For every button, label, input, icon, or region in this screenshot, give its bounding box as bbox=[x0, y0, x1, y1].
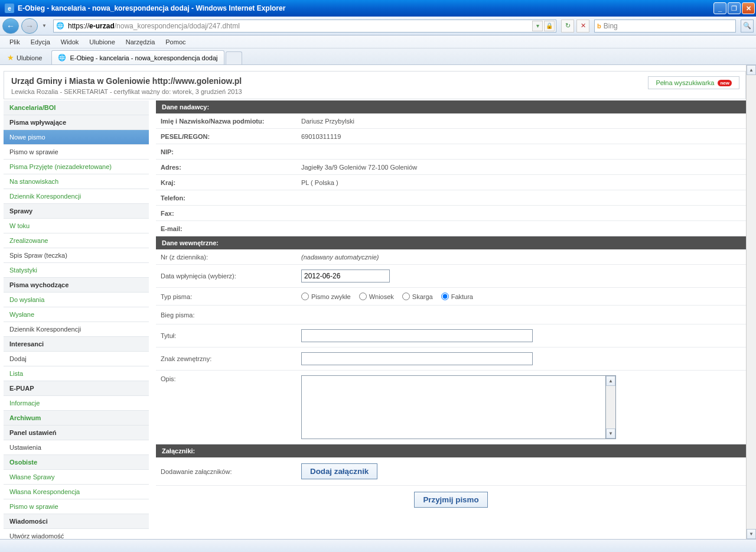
minimize-button[interactable]: _ bbox=[713, 2, 726, 14]
menu-pomoc[interactable]: Pomoc bbox=[161, 37, 190, 47]
ta-scroll-up-icon[interactable]: ▲ bbox=[606, 376, 615, 386]
label-add-attachment: Dodawanie załączników: bbox=[161, 468, 301, 475]
label-country: Kraj: bbox=[161, 179, 301, 186]
search-button[interactable]: 🔍 bbox=[741, 20, 754, 33]
textarea-scrollbar[interactable]: ▲ ▼ bbox=[606, 375, 616, 439]
value-name: Dariusz Przybylski bbox=[301, 118, 741, 125]
radio-faktura[interactable]: Faktura bbox=[441, 293, 473, 300]
new-tab-button[interactable] bbox=[226, 51, 242, 64]
ta-scroll-down-icon[interactable]: ▼ bbox=[606, 428, 615, 439]
menu-edycja[interactable]: Edycja bbox=[26, 37, 55, 47]
sidebar-item-20[interactable]: Informacje bbox=[4, 396, 149, 411]
favorites-button[interactable]: ★ Ulubione bbox=[2, 51, 47, 64]
radio-group-type: Pismo zwykłe Wniosek Skarga Faktura bbox=[301, 293, 741, 300]
page-title: Urząd Gminy i Miasta w Goleniowie http:/… bbox=[11, 76, 738, 86]
radio-skarga[interactable]: Skarga bbox=[402, 293, 433, 300]
sidebar-item-13[interactable]: Do wysłania bbox=[4, 293, 149, 307]
section-attachments: Załączniki: bbox=[156, 444, 746, 457]
sidebar-item-5[interactable]: Na stanowiskach bbox=[4, 174, 149, 189]
label-email: E-mail: bbox=[161, 225, 301, 232]
label-address: Adres: bbox=[161, 164, 301, 171]
address-bar[interactable]: 🌐 https://e-urzad/nowa_korespondencja/do… bbox=[53, 20, 556, 33]
sidebar-item-16: Interesanci bbox=[4, 337, 149, 352]
value-address: Jagiełły 3a/9 Goleniów 72-100 Goleniów bbox=[301, 164, 741, 171]
sidebar-item-14[interactable]: Wysłane bbox=[4, 307, 149, 322]
sidebar-item-21[interactable]: Archiwum bbox=[4, 411, 149, 426]
search-box[interactable]: b Bing bbox=[594, 20, 736, 33]
sidebar-item-23[interactable]: Ustawienia bbox=[4, 440, 149, 455]
nav-history-dropdown[interactable]: ▼ bbox=[40, 19, 48, 33]
close-button[interactable]: ✕ bbox=[742, 2, 755, 14]
value-country: PL ( Polska ) bbox=[301, 179, 741, 186]
page-subtitle: Lewicka Rozalia - SEKRETARIAT - certyfik… bbox=[11, 88, 738, 95]
scroll-up-icon[interactable]: ▲ bbox=[747, 65, 756, 75]
scroll-down-icon[interactable]: ▼ bbox=[747, 529, 756, 539]
tytul-input[interactable] bbox=[301, 329, 533, 342]
date-input[interactable] bbox=[301, 269, 390, 283]
bing-icon: b bbox=[595, 22, 604, 30]
sidebar-item-8[interactable]: W toku bbox=[4, 219, 149, 233]
sidebar-item-18[interactable]: Lista bbox=[4, 366, 149, 381]
label-bieg: Bieg pisma: bbox=[161, 311, 301, 319]
sidebar-item-2[interactable]: Nowe pismo bbox=[4, 130, 149, 145]
submit-button[interactable]: Przyjmij pismo bbox=[414, 492, 487, 508]
sidebar-item-24[interactable]: Osobiste bbox=[4, 455, 149, 470]
sidebar-item-4[interactable]: Pisma Przyjęte (niezadekretowane) bbox=[4, 160, 149, 174]
label-znak: Znak zewnętrzny: bbox=[161, 355, 301, 362]
full-search-button[interactable]: Pełna wyszukiwarka new bbox=[648, 76, 739, 89]
vertical-scrollbar[interactable]: ▲ ▼ bbox=[746, 65, 756, 539]
radio-pismo-zwykle[interactable]: Pismo zwykłe bbox=[301, 293, 351, 300]
label-fax: Fax: bbox=[161, 210, 301, 217]
label-date: Data wpłynięcia (wybierz): bbox=[161, 272, 301, 280]
sidebar-item-0[interactable]: Kancelaria/BOI bbox=[4, 100, 149, 115]
sidebar-item-15[interactable]: Dziennik Korespondencji bbox=[4, 322, 149, 337]
sidebar-item-11[interactable]: Statystyki bbox=[4, 263, 149, 278]
menu-narzedzia[interactable]: Narzędzia bbox=[121, 37, 160, 47]
sidebar: Kancelaria/BOIPisma wpływająceNowe pismo… bbox=[4, 100, 149, 539]
sidebar-item-12: Pisma wychodzące bbox=[4, 278, 149, 293]
value-pesel: 69010311119 bbox=[301, 133, 741, 140]
sidebar-item-9[interactable]: Zrealizowane bbox=[4, 233, 149, 248]
url-text: https://e-urzad/nowa_korespondencja/doda… bbox=[67, 22, 532, 30]
new-badge: new bbox=[718, 80, 732, 86]
menu-plik[interactable]: Plik bbox=[5, 37, 25, 47]
label-tytul: Tytuł: bbox=[161, 332, 301, 339]
full-search-label: Pełna wyszukiwarka bbox=[656, 79, 714, 86]
sidebar-item-29[interactable]: Utwórz wiadomość bbox=[4, 529, 149, 539]
label-phone: Telefon: bbox=[161, 194, 301, 202]
maximize-button[interactable]: ❐ bbox=[728, 2, 741, 14]
radio-wniosek[interactable]: Wniosek bbox=[359, 293, 394, 300]
compat-view-icon[interactable]: ▾ bbox=[532, 21, 543, 31]
sidebar-item-25[interactable]: Własne Sprawy bbox=[4, 470, 149, 485]
sidebar-item-26[interactable]: Własna Korespondencja bbox=[4, 485, 149, 499]
sidebar-item-10[interactable]: Spis Spraw (teczka) bbox=[4, 248, 149, 263]
add-attachment-button[interactable]: Dodaj załącznik bbox=[301, 463, 377, 479]
favorites-label: Ulubione bbox=[17, 54, 42, 61]
menu-ulubione[interactable]: Ulubione bbox=[84, 37, 119, 47]
stop-button[interactable]: ✕ bbox=[576, 20, 589, 33]
sidebar-item-7: Sprawy bbox=[4, 204, 149, 219]
back-button[interactable]: ← bbox=[2, 18, 19, 34]
label-name: Imię i Nazwisko/Nazwa podmiotu: bbox=[161, 118, 301, 125]
page-header: Urząd Gminy i Miasta w Goleniowie http:/… bbox=[4, 71, 746, 99]
tab-bar: ★ Ulubione 🌐 E-Obieg - kancelaria - nowa… bbox=[0, 48, 756, 65]
sidebar-item-27[interactable]: Pismo w sprawie bbox=[4, 499, 149, 514]
label-type: Typ pisma: bbox=[161, 293, 301, 300]
window-titlebar: e E-Obieg - kancelaria - nowa_koresponde… bbox=[0, 0, 756, 17]
sidebar-item-28: Wiadomości bbox=[4, 514, 149, 529]
forward-button[interactable]: → bbox=[21, 18, 38, 34]
section-sender: Dane nadawcy: bbox=[156, 100, 746, 113]
menu-widok[interactable]: Widok bbox=[56, 37, 84, 47]
label-pesel: PESEL/REGON: bbox=[161, 133, 301, 140]
sidebar-item-17[interactable]: Dodaj bbox=[4, 352, 149, 366]
sidebar-item-1: Pisma wpływające bbox=[4, 115, 149, 130]
sidebar-item-6[interactable]: Dziennik Korespondencji bbox=[4, 189, 149, 204]
sidebar-item-3[interactable]: Pismo w sprawie bbox=[4, 145, 149, 160]
opis-textarea[interactable] bbox=[301, 375, 606, 439]
znak-input[interactable] bbox=[301, 352, 533, 365]
star-icon: ★ bbox=[7, 53, 14, 62]
sidebar-item-19: E-PUAP bbox=[4, 381, 149, 396]
tab-active[interactable]: 🌐 E-Obieg - kancelaria - nowa_koresponde… bbox=[51, 50, 224, 64]
sidebar-item-22: Panel ustawień bbox=[4, 426, 149, 440]
refresh-button[interactable]: ↻ bbox=[561, 20, 574, 33]
